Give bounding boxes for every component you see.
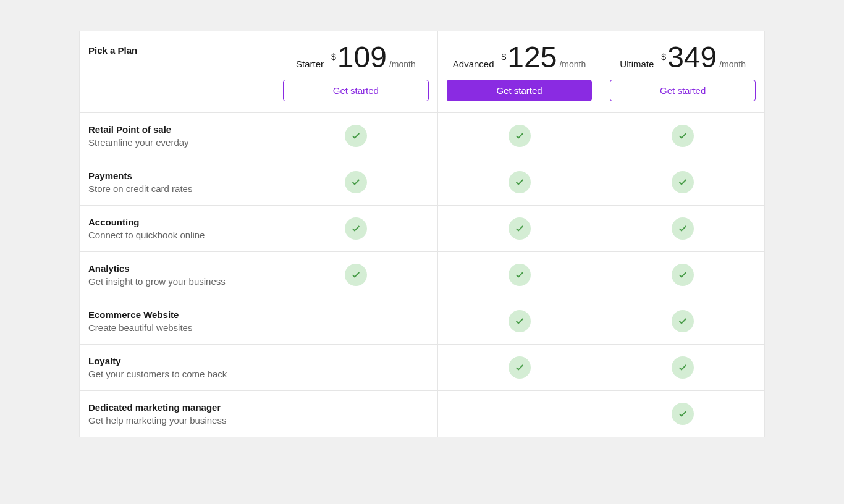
check-icon xyxy=(509,217,531,240)
check-icon xyxy=(672,264,694,286)
feature-desc: Streamline your everday xyxy=(88,137,265,148)
feature-desc: Connect to quickbook online xyxy=(88,230,265,240)
check-icon xyxy=(672,403,694,425)
plan-name: Ultimate xyxy=(620,59,654,69)
feature-value-cell xyxy=(438,159,602,205)
feature-value-cell xyxy=(274,345,438,390)
price-period: /month xyxy=(389,59,416,69)
check-icon xyxy=(345,264,367,286)
check-icon xyxy=(509,356,531,379)
feature-row: AccountingConnect to quickbook online xyxy=(80,205,764,251)
check-icon xyxy=(672,125,694,147)
feature-label-cell: LoyaltyGet your customers to come back xyxy=(80,345,274,390)
feature-value-cell xyxy=(274,113,438,159)
feature-value-cell xyxy=(601,252,764,298)
currency-symbol: $ xyxy=(661,52,666,62)
plan-name: Advanced xyxy=(453,59,494,69)
feature-label-cell: Ecommerce WebsiteCreate beautiful websit… xyxy=(80,298,274,344)
feature-value-cell xyxy=(601,159,764,205)
feature-row: PaymentsStore on credit card rates xyxy=(80,159,764,205)
pricing-table: Pick a Plan Starter $ 109 /month Get sta… xyxy=(79,31,765,437)
feature-desc: Get insight to grow your business xyxy=(88,276,265,287)
feature-label-cell: Retail Point of saleStreamline your ever… xyxy=(80,113,274,159)
price-amount: 109 xyxy=(337,43,387,72)
check-icon xyxy=(672,310,694,332)
feature-desc: Get your customers to come back xyxy=(88,369,265,379)
feature-label-cell: PaymentsStore on credit card rates xyxy=(80,159,274,205)
feature-value-cell xyxy=(601,206,764,251)
check-icon xyxy=(345,217,367,240)
feature-label-cell: Dedicated marketing managerGet help mark… xyxy=(80,391,274,437)
get-started-button-advanced[interactable]: Get started xyxy=(447,80,593,101)
header-label-cell: Pick a Plan xyxy=(80,32,274,112)
feature-desc: Create beautiful websites xyxy=(88,322,265,333)
feature-value-cell xyxy=(438,298,602,344)
check-icon xyxy=(672,171,694,193)
feature-title: Ecommerce Website xyxy=(88,309,265,320)
check-icon xyxy=(345,125,367,147)
feature-title: Analytics xyxy=(88,263,265,274)
feature-row: Ecommerce WebsiteCreate beautiful websit… xyxy=(80,298,764,344)
feature-value-cell xyxy=(438,345,602,390)
feature-value-cell xyxy=(438,252,602,298)
price-line: Advanced $ 125 /month xyxy=(447,43,593,72)
currency-symbol: $ xyxy=(502,52,507,62)
plan-header-advanced: Advanced $ 125 /month Get started xyxy=(438,32,602,112)
feature-value-cell xyxy=(274,206,438,251)
check-icon xyxy=(509,125,531,147)
feature-value-cell xyxy=(601,298,764,344)
get-started-button-starter[interactable]: Get started xyxy=(283,80,429,101)
feature-value-cell xyxy=(601,113,764,159)
feature-desc: Get help marketing your business xyxy=(88,415,265,426)
feature-value-cell xyxy=(274,298,438,344)
check-icon xyxy=(672,217,694,240)
feature-title: Payments xyxy=(88,170,265,181)
feature-value-cell xyxy=(601,391,764,437)
feature-value-cell xyxy=(274,391,438,437)
feature-row: Dedicated marketing managerGet help mark… xyxy=(80,390,764,437)
check-icon xyxy=(672,356,694,379)
check-icon xyxy=(509,171,531,193)
feature-value-cell xyxy=(438,391,602,437)
feature-value-cell xyxy=(438,206,602,251)
check-icon xyxy=(509,264,531,286)
feature-value-cell xyxy=(274,252,438,298)
feature-value-cell xyxy=(438,113,602,159)
price-period: /month xyxy=(719,59,746,69)
check-icon xyxy=(345,171,367,193)
get-started-button-ultimate[interactable]: Get started xyxy=(610,80,756,101)
feature-title: Dedicated marketing manager xyxy=(88,402,265,413)
price-amount: 349 xyxy=(667,43,717,72)
currency-symbol: $ xyxy=(331,52,336,62)
price-amount: 125 xyxy=(507,43,557,72)
feature-row: LoyaltyGet your customers to come back xyxy=(80,344,764,390)
price-period: /month xyxy=(559,59,586,69)
feature-title: Retail Point of sale xyxy=(88,124,265,135)
feature-value-cell xyxy=(601,345,764,390)
check-icon xyxy=(509,310,531,332)
feature-label-cell: AccountingConnect to quickbook online xyxy=(80,206,274,251)
plan-name: Starter xyxy=(296,59,324,69)
header-row: Pick a Plan Starter $ 109 /month Get sta… xyxy=(80,32,764,112)
header-title: Pick a Plan xyxy=(88,45,265,56)
price-line: Starter $ 109 /month xyxy=(283,43,429,72)
feature-value-cell xyxy=(274,159,438,205)
feature-row: Retail Point of saleStreamline your ever… xyxy=(80,112,764,159)
feature-label-cell: AnalyticsGet insight to grow your busine… xyxy=(80,252,274,298)
plan-header-ultimate: Ultimate $ 349 /month Get started xyxy=(601,32,764,112)
feature-title: Loyalty xyxy=(88,356,265,366)
price-line: Ultimate $ 349 /month xyxy=(610,43,756,72)
plan-header-starter: Starter $ 109 /month Get started xyxy=(274,32,438,112)
feature-row: AnalyticsGet insight to grow your busine… xyxy=(80,251,764,298)
feature-desc: Store on credit card rates xyxy=(88,183,265,194)
feature-title: Accounting xyxy=(88,217,265,227)
